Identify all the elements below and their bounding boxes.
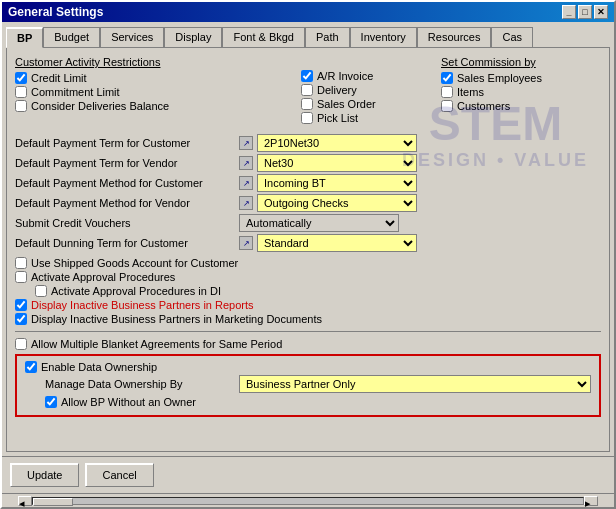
dunning-term-customer-select[interactable]: Standard [257, 234, 417, 252]
activate-approval-checkbox[interactable] [15, 271, 27, 283]
set-commission-header: Set Commission by [441, 56, 601, 68]
allow-bp-without-owner-label: Allow BP Without an Owner [61, 396, 196, 408]
items-row: Items [441, 86, 601, 98]
commitment-limit-row: Commitment Limit [15, 86, 291, 98]
tab-resources[interactable]: Resources [417, 27, 492, 48]
customers-checkbox[interactable] [441, 100, 453, 112]
allow-blanket-checkbox[interactable] [15, 338, 27, 350]
pick-list-checkbox[interactable] [301, 112, 313, 124]
items-label: Items [457, 86, 484, 98]
data-ownership-section: Enable Data Ownership Manage Data Owners… [15, 354, 601, 417]
display-inactive-reports-label: Display Inactive Business Partners in Re… [31, 299, 254, 311]
payment-method-customer-label: Default Payment Method for Customer [15, 177, 235, 189]
payment-term-vendor-select[interactable]: Net30 [257, 154, 417, 172]
ar-invoice-label: A/R Invoice [317, 70, 373, 82]
sales-order-row: Sales Order [301, 98, 431, 110]
sales-employees-row: Sales Employees [441, 72, 601, 84]
activate-approval-di-checkbox[interactable] [35, 285, 47, 297]
minimize-button[interactable]: _ [562, 5, 576, 19]
activate-approval-di-label: Activate Approval Procedures in DI [51, 285, 221, 297]
payment-term-vendor-row: Default Payment Term for Vendor ↗ Net30 [15, 154, 601, 172]
link-icon-0: ↗ [239, 136, 253, 150]
use-shipped-goods-row: Use Shipped Goods Account for Customer [15, 257, 601, 269]
payment-term-customer-row: Default Payment Term for Customer ↗ 2P10… [15, 134, 601, 152]
form-rows: Default Payment Term for Customer ↗ 2P10… [15, 134, 601, 252]
tab-display[interactable]: Display [164, 27, 222, 48]
top-section: Customer Activity Restrictions Credit Li… [15, 56, 601, 126]
payment-method-customer-select[interactable]: Incoming BT [257, 174, 417, 192]
maximize-button[interactable]: □ [578, 5, 592, 19]
scroll-right-button[interactable]: ▸ [584, 496, 598, 506]
tab-inventory[interactable]: Inventory [350, 27, 417, 48]
payment-term-customer-select[interactable]: 2P10Net30 [257, 134, 417, 152]
main-window: General Settings _ □ ✕ BP Budget Service… [0, 0, 616, 509]
consider-deliveries-label: Consider Deliveries Balance [31, 100, 169, 112]
use-shipped-goods-label: Use Shipped Goods Account for Customer [31, 257, 238, 269]
delivery-row: Delivery [301, 84, 431, 96]
credit-limit-label: Credit Limit [31, 72, 87, 84]
update-button[interactable]: Update [10, 463, 79, 487]
link-icon-5: ↗ [239, 236, 253, 250]
sales-employees-label: Sales Employees [457, 72, 542, 84]
horizontal-scrollbar: ◂ ▸ [2, 493, 614, 507]
customers-row: Customers [441, 100, 601, 112]
tab-bp[interactable]: BP [6, 27, 43, 48]
window-title: General Settings [8, 5, 103, 19]
tab-font-bkgd[interactable]: Font & Bkgd [222, 27, 305, 48]
activate-approval-di-row: Activate Approval Procedures in DI [15, 285, 601, 297]
cancel-button[interactable]: Cancel [85, 463, 153, 487]
allow-bp-without-owner-checkbox[interactable] [45, 396, 57, 408]
payment-method-vendor-row: Default Payment Method for Vendor ↗ Outg… [15, 194, 601, 212]
tab-services[interactable]: Services [100, 27, 164, 48]
display-inactive-marketing-label: Display Inactive Business Partners in Ma… [31, 313, 322, 325]
payment-method-vendor-select[interactable]: Outgoing Checks [257, 194, 417, 212]
display-inactive-marketing-checkbox[interactable] [15, 313, 27, 325]
credit-limit-row: Credit Limit [15, 72, 291, 84]
delivery-label: Delivery [317, 84, 357, 96]
sales-employees-checkbox[interactable] [441, 72, 453, 84]
sales-order-label: Sales Order [317, 98, 376, 110]
commitment-limit-checkbox[interactable] [15, 86, 27, 98]
close-button[interactable]: ✕ [594, 5, 608, 19]
tab-path[interactable]: Path [305, 27, 350, 48]
scroll-left-button[interactable]: ◂ [18, 496, 32, 506]
enable-data-ownership-checkbox[interactable] [25, 361, 37, 373]
sales-order-checkbox[interactable] [301, 98, 313, 110]
payment-term-customer-label: Default Payment Term for Customer [15, 137, 235, 149]
link-icon-1: ↗ [239, 156, 253, 170]
right-column: Set Commission by Sales Employees Items … [441, 56, 601, 126]
link-icon-2: ↗ [239, 176, 253, 190]
items-checkbox[interactable] [441, 86, 453, 98]
manage-data-ownership-select[interactable]: Business Partner Only Sales Employee Onl… [239, 375, 591, 393]
activate-approval-row: Activate Approval Procedures [15, 271, 601, 283]
credit-limit-checkbox[interactable] [15, 72, 27, 84]
consider-deliveries-row: Consider Deliveries Balance [15, 100, 291, 112]
use-shipped-goods-checkbox[interactable] [15, 257, 27, 269]
consider-deliveries-checkbox[interactable] [15, 100, 27, 112]
pick-list-label: Pick List [317, 112, 358, 124]
allow-blanket-label: Allow Multiple Blanket Agreements for Sa… [31, 338, 282, 350]
scrollbar-thumb[interactable] [33, 498, 73, 506]
payment-method-customer-row: Default Payment Method for Customer ↗ In… [15, 174, 601, 192]
ar-invoice-checkbox[interactable] [301, 70, 313, 82]
allow-bp-without-owner-row: Allow BP Without an Owner [25, 396, 591, 408]
tab-cas[interactable]: Cas [491, 27, 533, 48]
dunning-term-customer-label: Default Dunning Term for Customer [15, 237, 235, 249]
display-inactive-reports-checkbox[interactable] [15, 299, 27, 311]
ar-invoice-row: A/R Invoice [301, 70, 431, 82]
tab-budget[interactable]: Budget [43, 27, 100, 48]
display-inactive-marketing-row: Display Inactive Business Partners in Ma… [15, 313, 601, 325]
customer-activity-header: Customer Activity Restrictions [15, 56, 291, 68]
enable-data-ownership-label: Enable Data Ownership [41, 361, 157, 373]
submit-credit-vouchers-select[interactable]: Automatically [239, 214, 399, 232]
delivery-checkbox[interactable] [301, 84, 313, 96]
manage-data-ownership-label: Manage Data Ownership By [45, 378, 235, 390]
display-inactive-reports-row: Display Inactive Business Partners in Re… [15, 299, 601, 311]
payment-method-vendor-label: Default Payment Method for Vendor [15, 197, 235, 209]
allow-blanket-row: Allow Multiple Blanket Agreements for Sa… [15, 338, 601, 350]
left-column: Customer Activity Restrictions Credit Li… [15, 56, 291, 126]
divider [15, 331, 601, 332]
tab-bar: BP Budget Services Display Font & Bkgd P… [6, 26, 610, 47]
manage-data-ownership-row: Manage Data Ownership By Business Partne… [25, 375, 591, 393]
tab-content-bp: STEM DESIGN • VALUE Customer Activity Re… [6, 47, 610, 452]
